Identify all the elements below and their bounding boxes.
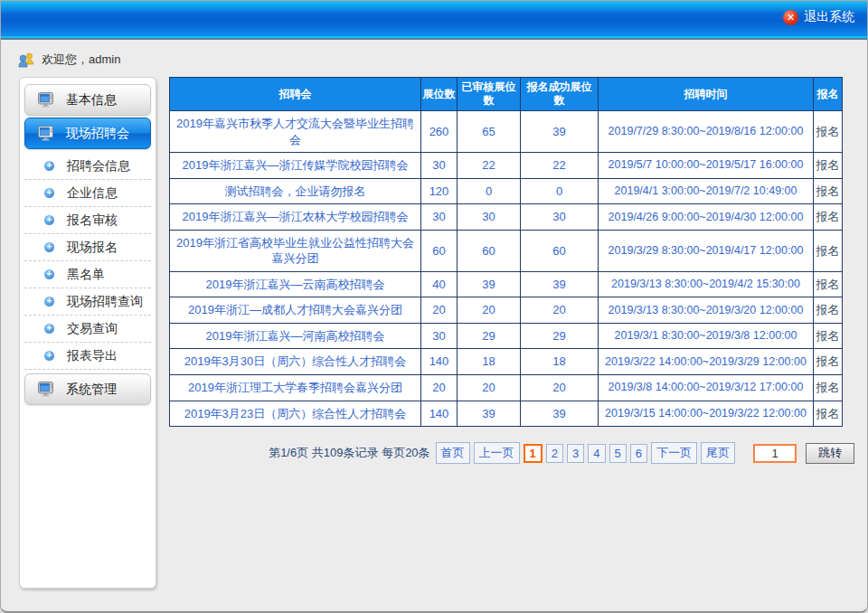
recruit-time-cell: 2019/4/26 9:00:00~2019/4/30 12:00:00 — [599, 204, 814, 231]
recruit-time-cell: 2019/3/15 14:00:00~2019/3/22 12:00:00 — [599, 401, 814, 427]
sidebar-item-report-export[interactable]: 报表导出 — [24, 343, 151, 370]
success-count-cell: 18 — [521, 349, 599, 375]
recruit-time-cell: 2019/3/22 14:00:00~2019/3/29 12:00:00 — [599, 349, 814, 375]
jobfair-name-cell[interactable]: 2019年浙江—成都人才招聘大会嘉兴分团 — [170, 297, 421, 324]
approved-count-cell: 60 — [458, 230, 521, 271]
topbar-edge-strip — [1, 38, 867, 40]
submenu-item-label: 企业信息 — [67, 185, 118, 202]
plus-icon — [44, 188, 54, 198]
plus-icon — [44, 269, 54, 279]
last-page-button[interactable]: 尾页 — [701, 442, 735, 464]
page-button-1[interactable]: 1 — [524, 444, 542, 463]
recruit-time-cell: 2019/4/1 3:00:00~2019/7/2 10:49:00 — [599, 178, 814, 204]
approved-count-cell: 20 — [458, 297, 521, 324]
apply-link[interactable]: 报名 — [814, 153, 843, 179]
table-row: 2019年嘉兴市秋季人才交流大会暨毕业生招聘会 260 65 39 2019/7… — [170, 111, 843, 153]
apply-link[interactable]: 报名 — [814, 401, 843, 427]
table-row: 测试招聘会，企业请勿报名 120 0 0 2019/4/1 3:00:00~20… — [170, 178, 843, 204]
page-button-2[interactable]: 2 — [546, 444, 563, 463]
page-button-6[interactable]: 6 — [630, 444, 647, 463]
recruit-time-cell: 2019/3/13 8:30:00~2019/4/2 15:30:00 — [599, 271, 814, 297]
jobfair-name-cell[interactable]: 2019年浙江嘉兴—浙江传媒学院校园招聘会 — [170, 153, 421, 179]
apply-link[interactable]: 报名 — [814, 323, 843, 349]
sidebar-item-onsite-recruit-query[interactable]: 现场招聘查询 — [24, 288, 151, 316]
submenu-item-label: 报表导出 — [67, 348, 118, 364]
apply-link[interactable]: 报名 — [814, 349, 843, 375]
jobfair-name-cell[interactable]: 2019年浙江嘉兴—河南高校招聘会 — [170, 323, 421, 349]
approved-count-cell: 65 — [458, 111, 521, 153]
table-row: 2019年浙江嘉兴—浙江农林大学校园招聘会 30 30 30 2019/4/26… — [170, 204, 843, 231]
success-count-cell: 20 — [521, 375, 599, 401]
sidebar-item-blacklist[interactable]: 黑名单 — [24, 261, 151, 288]
sidebar-item-system-management[interactable]: 系统管理 — [24, 373, 151, 405]
monitor-icon — [38, 92, 55, 108]
booth-count-cell: 30 — [421, 153, 458, 179]
jobfair-name-cell[interactable]: 2019年3月23日（周六）综合性人才招聘会 — [170, 401, 421, 427]
plus-icon — [44, 161, 54, 171]
sidebar-item-registration-review[interactable]: 报名审核 — [24, 207, 151, 234]
recruit-time-cell: 2019/3/1 8:30:00~2019/3/8 12:00:00 — [599, 323, 814, 349]
jobfair-name-cell[interactable]: 2019年浙江理工大学春季招聘会嘉兴分团 — [170, 375, 421, 401]
apply-link[interactable]: 报名 — [814, 297, 843, 324]
apply-link[interactable]: 报名 — [814, 271, 843, 297]
sidebar-item-basic-info[interactable]: 基本信息 — [24, 84, 151, 116]
jobfair-name-cell[interactable]: 2019年浙江嘉兴—浙江农林大学校园招聘会 — [170, 204, 421, 231]
table-row: 2019年3月30日（周六）综合性人才招聘会 140 18 18 2019/3/… — [170, 349, 843, 375]
success-count-cell: 39 — [521, 271, 599, 297]
next-page-button[interactable]: 下一页 — [651, 442, 697, 464]
jobfair-table: 招聘会 展位数 已审核展位数 报名成功展位数 招聘时间 报名 2019年嘉兴市秋… — [169, 77, 843, 427]
first-page-button[interactable]: 首页 — [436, 442, 470, 464]
column-header-booths: 展位数 — [421, 78, 458, 111]
content-layout: 基本信息 现场招聘会 — [1, 77, 867, 589]
sidebar-item-company-info[interactable]: 企业信息 — [24, 180, 151, 207]
submenu-item-label: 报名审核 — [67, 212, 118, 229]
column-header-time: 招聘时间 — [599, 78, 814, 111]
plus-icon — [44, 351, 54, 361]
apply-link[interactable]: 报名 — [814, 178, 843, 204]
page: 退出系统 欢迎您，admin — [0, 0, 868, 613]
jobfair-name-cell[interactable]: 2019年浙江省高校毕业生就业公益性招聘大会嘉兴分团 — [170, 230, 421, 271]
sidebar-submenu: 招聘会信息 企业信息 报名审核 现场报名 黑名单 — [24, 151, 151, 372]
table-row: 2019年浙江嘉兴—河南高校招聘会 30 29 29 2019/3/1 8:30… — [170, 323, 843, 349]
booth-count-cell: 30 — [421, 204, 458, 231]
prev-page-button[interactable]: 上一页 — [474, 442, 520, 464]
jobfair-name-cell[interactable]: 2019年3月30日（周六）综合性人才招聘会 — [170, 349, 421, 375]
success-count-cell: 22 — [521, 153, 599, 179]
booth-count-cell: 140 — [421, 349, 458, 375]
submenu-item-label: 现场招聘查询 — [67, 294, 143, 310]
jump-button[interactable]: 跳转 — [806, 443, 854, 464]
success-count-cell: 0 — [521, 178, 599, 204]
table-row: 2019年浙江—成都人才招聘大会嘉兴分团 20 20 20 2019/3/13 … — [170, 297, 843, 324]
logout-button[interactable]: 退出系统 — [783, 9, 854, 25]
success-count-cell: 20 — [521, 297, 599, 324]
jobfair-name-cell[interactable]: 测试招聘会，企业请勿报名 — [170, 178, 421, 204]
page-button-4[interactable]: 4 — [588, 444, 605, 463]
page-button-3[interactable]: 3 — [567, 444, 584, 463]
jump-page-input[interactable] — [753, 444, 797, 463]
sidebar-item-onsite-registration[interactable]: 现场报名 — [24, 234, 151, 261]
page-button-5[interactable]: 5 — [609, 444, 627, 463]
sidebar-item-label: 基本信息 — [66, 92, 117, 108]
recruit-time-cell: 2019/3/8 14:00:00~2019/3/12 17:00:00 — [599, 375, 814, 401]
apply-link[interactable]: 报名 — [814, 111, 843, 153]
logout-label: 退出系统 — [804, 9, 854, 25]
sidebar-item-onsite-jobfair[interactable]: 现场招聘会 — [24, 118, 151, 149]
jobfair-name-cell[interactable]: 2019年嘉兴市秋季人才交流大会暨毕业生招聘会 — [170, 111, 421, 153]
apply-link[interactable]: 报名 — [814, 204, 843, 231]
recruit-time-cell: 2019/3/29 8:30:00~2019/4/17 12:00:00 — [599, 230, 814, 271]
monitor-icon — [38, 126, 55, 141]
table-row: 2019年浙江理工大学春季招聘会嘉兴分团 20 20 20 2019/3/8 1… — [170, 375, 843, 401]
recruit-time-cell: 2019/5/7 10:00:00~2019/5/17 16:00:00 — [599, 153, 814, 179]
success-count-cell: 60 — [521, 230, 599, 271]
jobfair-name-cell[interactable]: 2019年浙江嘉兴—云南高校招聘会 — [170, 271, 421, 297]
apply-link[interactable]: 报名 — [814, 375, 843, 401]
sidebar-item-jobfair-info[interactable]: 招聘会信息 — [24, 153, 151, 180]
pagination-summary: 第1/6页 共109条记录 每页20条 — [269, 445, 429, 461]
column-header-success: 报名成功展位数 — [521, 78, 599, 111]
approved-count-cell: 30 — [458, 204, 521, 231]
apply-link[interactable]: 报名 — [814, 230, 843, 271]
success-count-cell: 29 — [521, 323, 599, 349]
sidebar-item-transaction-query[interactable]: 交易查询 — [24, 316, 151, 343]
column-header-approved: 已审核展位数 — [458, 78, 521, 111]
table-row: 2019年3月23日（周六）综合性人才招聘会 140 39 39 2019/3/… — [170, 401, 843, 427]
